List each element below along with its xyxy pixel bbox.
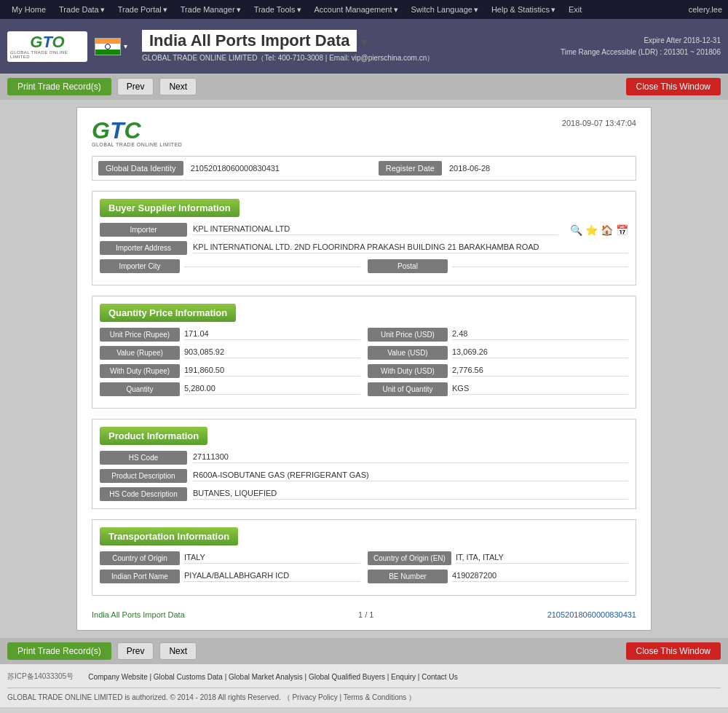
importer-city-value bbox=[184, 265, 360, 267]
register-date-label: Register Date bbox=[379, 161, 442, 176]
be-number-value: 4190287200 bbox=[452, 571, 628, 582]
nav-trade-tools[interactable]: Trade Tools ▾ bbox=[248, 2, 307, 17]
chevron-down-icon: ▾ bbox=[163, 5, 167, 15]
next-button-top[interactable]: Next bbox=[159, 78, 197, 95]
nav-trade-manager[interactable]: Trade Manager ▾ bbox=[175, 2, 247, 17]
user-name: celery.lee bbox=[689, 5, 722, 14]
with-duty-rupee-value: 191,860.50 bbox=[184, 366, 360, 377]
logo-area: GTO GLOBAL TRADE ONLINE LIMITED bbox=[7, 31, 87, 62]
nav-my-home[interactable]: My Home bbox=[6, 2, 52, 17]
importer-label: Importer bbox=[100, 223, 187, 237]
flag-stripe-bot bbox=[95, 50, 120, 55]
print-button-top[interactable]: Print Trade Record(s) bbox=[7, 78, 111, 95]
record-logo-gto-icon: GTC bbox=[92, 119, 141, 142]
chevron-down-icon: ▾ bbox=[474, 5, 478, 15]
ldr-text: Time Range Accessible (LDR) : 201301 ~ 2… bbox=[561, 47, 721, 58]
importer-address-value: KPL INTERNATIONAL LTD. 2ND FLOORINDRA PR… bbox=[193, 243, 628, 253]
value-usd-col: Value (USD) 13,069.26 bbox=[368, 346, 628, 360]
product-desc-row: Product Description R600A-ISOBUTANE GAS … bbox=[100, 469, 628, 483]
country-origin-en-value: IT, ITA, ITALY bbox=[456, 553, 628, 564]
flag-dropdown-icon[interactable]: ▾ bbox=[124, 42, 127, 50]
page-title-container: India All Ports Import Data ▼ bbox=[142, 30, 553, 52]
nav-help-stats[interactable]: Help & Statistics ▾ bbox=[486, 2, 561, 17]
quantity-price-header: Quantity Price Information bbox=[100, 304, 236, 322]
footer-links: Company Website | Global Customs Data | … bbox=[88, 673, 457, 681]
global-data-identity-label: Global Data Identity bbox=[98, 161, 183, 176]
bottom-action-bar: Print Trade Record(s) Prev Next Close Th… bbox=[0, 638, 728, 664]
country-origin-row: Country of Origin ITALY Country of Origi… bbox=[100, 551, 628, 565]
with-duty-usd-value: 2,776.56 bbox=[452, 366, 628, 377]
unit-of-quantity-col: Unit of Quantity KGS bbox=[368, 382, 628, 396]
product-desc-label: Product Description bbox=[100, 469, 187, 483]
country-origin-col: Country of Origin ITALY bbox=[100, 551, 360, 565]
unit-price-row: Unit Price (Rupee) 171.04 Unit Price (US… bbox=[100, 328, 628, 342]
next-button-bottom[interactable]: Next bbox=[159, 642, 197, 660]
importer-address-label: Importer Address bbox=[100, 241, 187, 255]
chevron-down-icon: ▾ bbox=[394, 5, 398, 15]
indian-port-value: PIYALA/BALLABHGARH ICD bbox=[184, 571, 360, 582]
home-icon[interactable]: 🏠 bbox=[601, 224, 613, 236]
unit-price-usd-value: 2.48 bbox=[452, 329, 628, 340]
nav-trade-data[interactable]: Trade Data ▾ bbox=[53, 2, 111, 17]
nav-exit[interactable]: Exit bbox=[563, 2, 587, 17]
site-footer: 苏ICP备14033305号 Company Website | Global … bbox=[0, 664, 728, 707]
calendar-icon[interactable]: 📅 bbox=[616, 224, 628, 236]
nav-switch-lang[interactable]: Switch Language ▾ bbox=[405, 2, 484, 17]
unit-price-rupee-col: Unit Price (Rupee) 171.04 bbox=[100, 328, 360, 342]
postal-label: Postal bbox=[368, 259, 448, 273]
quantity-row: Quantity 5,280.00 Unit of Quantity KGS bbox=[100, 382, 628, 396]
logo-icon: GTO bbox=[30, 34, 64, 50]
top-nav-items: My Home Trade Data ▾ Trade Portal ▾ Trad… bbox=[6, 2, 587, 17]
quantity-label: Quantity bbox=[100, 382, 180, 396]
star-icon[interactable]: ⭐ bbox=[585, 224, 598, 236]
chevron-down-icon: ▾ bbox=[237, 5, 241, 15]
postal-value bbox=[452, 265, 628, 267]
icp-text: 苏ICP备14033305号 bbox=[7, 671, 74, 682]
unit-of-quantity-label: Unit of Quantity bbox=[368, 382, 448, 396]
chevron-down-icon: ▾ bbox=[297, 5, 301, 15]
postal-col: Postal bbox=[368, 259, 628, 273]
search-icon[interactable]: 🔍 bbox=[570, 224, 582, 236]
record-footer-link[interactable]: India All Ports Import Data bbox=[92, 610, 185, 619]
chevron-down-icon: ▾ bbox=[551, 5, 555, 15]
importer-city-col: Importer City bbox=[100, 259, 360, 273]
hs-code-value: 27111300 bbox=[193, 452, 628, 463]
quantity-price-section: Quantity Price Information Unit Price (R… bbox=[92, 296, 636, 409]
unit-price-usd-col: Unit Price (USD) 2.48 bbox=[368, 328, 628, 342]
indian-port-label: Indian Port Name bbox=[100, 570, 180, 583]
india-flag-icon bbox=[95, 38, 121, 55]
be-number-label: BE Number bbox=[368, 570, 448, 583]
value-usd-label: Value (USD) bbox=[368, 346, 448, 360]
with-duty-usd-label: With Duty (USD) bbox=[368, 364, 448, 378]
ashoka-chakra-icon bbox=[105, 44, 111, 50]
global-data-identity-value: 21052018060000830431 bbox=[191, 164, 371, 173]
unit-price-rupee-label: Unit Price (Rupee) bbox=[100, 328, 180, 342]
nav-trade-portal[interactable]: Trade Portal ▾ bbox=[112, 2, 173, 17]
importer-actions: 🔍 ⭐ 🏠 📅 bbox=[570, 224, 628, 236]
unit-price-rupee-value: 171.04 bbox=[184, 329, 360, 340]
top-action-bar: Print Trade Record(s) Prev Next Close Th… bbox=[0, 74, 728, 100]
product-header: Product Information bbox=[100, 427, 207, 445]
chevron-down-icon: ▾ bbox=[100, 5, 105, 15]
close-window-button-top[interactable]: Close This Window bbox=[626, 78, 721, 95]
logo-subtitle: GLOBAL TRADE ONLINE LIMITED bbox=[10, 50, 84, 59]
hs-code-label: HS Code bbox=[100, 451, 187, 465]
nav-account-mgmt[interactable]: Account Management ▾ bbox=[309, 2, 404, 17]
print-button-bottom[interactable]: Print Trade Record(s) bbox=[7, 642, 111, 660]
expire-text: Expire After 2018-12-31 bbox=[561, 35, 721, 47]
country-origin-label: Country of Origin bbox=[100, 551, 180, 565]
prev-button-top[interactable]: Prev bbox=[117, 78, 154, 95]
value-usd-value: 13,069.26 bbox=[452, 347, 628, 358]
quantity-col: Quantity 5,280.00 bbox=[100, 382, 360, 396]
with-duty-rupee-col: With Duty (Rupee) 191,860.50 bbox=[100, 364, 360, 378]
header-right: Expire After 2018-12-31 Time Range Acces… bbox=[561, 35, 721, 58]
footer-divider bbox=[7, 688, 721, 688]
page-title-dropdown-icon[interactable]: ▼ bbox=[360, 36, 370, 48]
record-footer-id: 21052018060000830431 bbox=[547, 610, 636, 619]
hs-code-row: HS Code 27111300 bbox=[100, 451, 628, 465]
with-duty-usd-col: With Duty (USD) 2,776.56 bbox=[368, 364, 628, 378]
close-window-button-bottom[interactable]: Close This Window bbox=[626, 642, 721, 660]
prev-button-bottom[interactable]: Prev bbox=[117, 642, 154, 660]
unit-of-quantity-value: KGS bbox=[452, 384, 628, 395]
unit-price-usd-label: Unit Price (USD) bbox=[368, 328, 448, 342]
